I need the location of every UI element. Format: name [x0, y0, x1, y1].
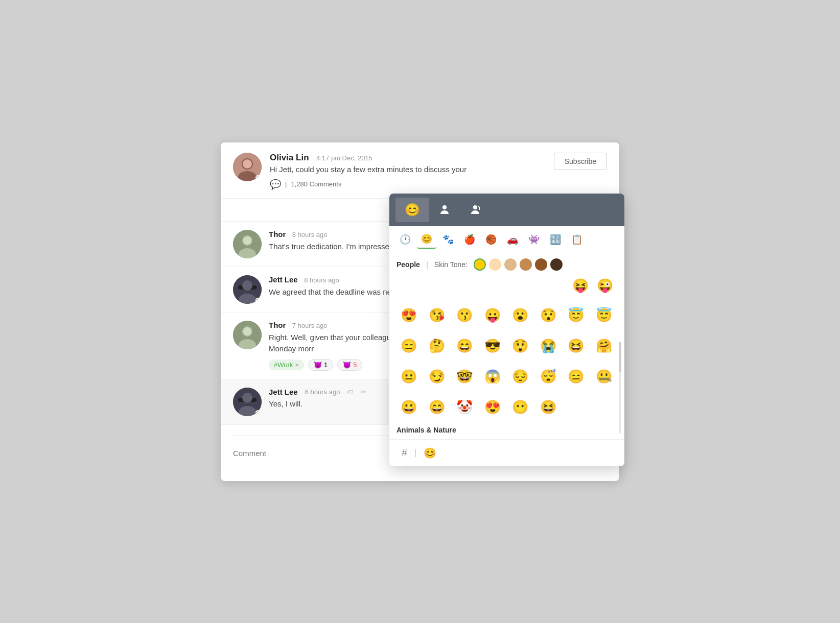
emoji-panel: 😊 🕐 😊 🐾 🍎 🏀 🚗 — [389, 194, 624, 466]
header-text: Hi Jett, could you stay a few extra minu… — [270, 165, 466, 174]
comment-time: 7 hours ago — [292, 322, 328, 329]
emoji-cell[interactable]: 😭 — [536, 334, 561, 358]
online-indicator — [255, 175, 261, 180]
emoji-panel-header: 😊 — [389, 194, 624, 226]
emoji-cell[interactable]: 😴 — [536, 365, 561, 389]
cat-travel[interactable]: 🚗 — [503, 231, 522, 248]
emoji-grid-row3: 😐 😏 🤓 😱 😔 😴 😑 🤐 — [389, 362, 624, 392]
smiley-footer-icon[interactable]: 😊 — [418, 444, 441, 462]
bookmark-icon[interactable]: 🏷 — [347, 388, 354, 396]
emoji-cell[interactable]: 😇 — [592, 303, 616, 328]
chat-icon: 💬 — [270, 179, 281, 190]
emoji-cell[interactable]: 😮 — [508, 303, 532, 328]
avatar-thor — [233, 321, 262, 349]
emoji-cell[interactable]: 😶 — [508, 395, 532, 420]
svg-point-10 — [242, 280, 252, 291]
person-icon-1 — [438, 204, 451, 216]
hashtag-footer-icon[interactable]: # — [396, 444, 412, 462]
header-author-row: Olivia Lin 4:17 pm Dec, 2015 — [270, 153, 466, 163]
cat-objects[interactable]: 👾 — [524, 231, 544, 248]
skin-yellow[interactable] — [474, 258, 486, 271]
emoji-cell[interactable]: 🤔 — [425, 334, 449, 358]
emoji-cell[interactable]: 😆 — [536, 395, 561, 420]
skin-medium-light[interactable] — [504, 258, 517, 271]
comment-author: Jett Lee — [269, 275, 298, 284]
emoji-cell[interactable]: 😎 — [480, 334, 505, 358]
cat-recent[interactable]: 🕐 — [395, 231, 415, 248]
header-left: Olivia Lin 4:17 pm Dec, 2015 Hi Jett, co… — [233, 153, 466, 190]
emoji-cell[interactable]: 😝 — [568, 274, 593, 298]
emoji-cell[interactable]: 🤗 — [592, 334, 616, 358]
cat-people[interactable]: 😊 — [417, 230, 436, 249]
emoji-categories: 🕐 😊 🐾 🍎 🏀 🚗 👾 🔣 📋 — [389, 226, 624, 253]
svg-point-20 — [442, 205, 447, 209]
tag-label: #Work — [274, 361, 293, 369]
skin-medium[interactable] — [520, 258, 532, 271]
emoji-cell[interactable]: 😄 — [425, 395, 449, 420]
edit-icon[interactable]: ✏ — [361, 388, 366, 396]
skin-light[interactable] — [489, 258, 501, 271]
cat-animals[interactable]: 🐾 — [438, 231, 458, 248]
cat-symbols[interactable]: 🔣 — [546, 231, 565, 248]
emoji-panel-footer: # | 😊 — [389, 439, 624, 466]
emoji-cell[interactable]: 😗 — [452, 303, 477, 328]
emoji-cell[interactable]: 😘 — [425, 303, 449, 328]
emoji-cell[interactable]: 😀 — [396, 395, 421, 420]
svg-point-7 — [243, 236, 251, 245]
scroll-thumb[interactable] — [619, 342, 621, 372]
emoji-tab-smileys[interactable]: 😊 — [395, 198, 429, 222]
emoji-cell[interactable]: 🤓 — [452, 365, 477, 389]
emoji-cell[interactable]: 🤡 — [452, 395, 477, 420]
emoji-cell[interactable]: 😍 — [396, 303, 421, 328]
emoji-cell[interactable]: 😑 — [564, 365, 588, 389]
header-section: Olivia Lin 4:17 pm Dec, 2015 Hi Jett, co… — [221, 142, 619, 199]
comment-time: 6 hours ago — [305, 388, 340, 396]
subscribe-button[interactable]: Subscribe — [554, 153, 607, 170]
emoji-cell[interactable]: 😑 — [396, 334, 421, 358]
emoji-cell[interactable]: 😇 — [564, 303, 588, 328]
people-label: People — [396, 260, 420, 269]
reaction-badge-2[interactable]: 😈 5 — [337, 359, 362, 371]
cat-activity[interactable]: 🏀 — [481, 231, 501, 248]
cat-food[interactable]: 🍎 — [460, 231, 479, 248]
emoji-cell[interactable]: 😄 — [452, 334, 477, 358]
tag-remove[interactable]: × — [295, 361, 299, 369]
comment-author: Thor — [269, 230, 286, 238]
cat-flags[interactable]: 📋 — [567, 231, 587, 248]
emoji-cell[interactable]: 😲 — [508, 334, 532, 358]
svg-point-3 — [243, 159, 252, 169]
header-time: 4:17 pm Dec, 2015 — [316, 154, 372, 162]
comment-time: 8 hours ago — [292, 231, 328, 238]
emoji-cell[interactable]: 😏 — [425, 365, 449, 389]
online-indicator — [255, 298, 261, 303]
emoji-tab-person1[interactable] — [429, 199, 460, 221]
emoji-top-row: 😝 😜 — [389, 274, 624, 300]
svg-point-21 — [473, 205, 477, 209]
skin-tones — [474, 258, 563, 271]
skin-medium-dark[interactable] — [535, 258, 547, 271]
emoji-cell[interactable]: 😍 — [480, 395, 505, 420]
svg-point-18 — [242, 393, 252, 403]
reaction-emoji-2: 😈 — [343, 361, 351, 369]
emoji-grid-row1: 😍 😘 😗 😛 😮 😯 😇 😇 — [389, 300, 624, 331]
work-tag[interactable]: #Work × — [269, 360, 304, 370]
avatar-olivia — [233, 153, 262, 181]
emoji-cell[interactable]: 😜 — [593, 274, 617, 298]
emoji-cell[interactable]: 😔 — [508, 365, 532, 389]
pipe-separator: | — [285, 180, 287, 188]
emoji-cell[interactable]: 😐 — [396, 365, 421, 389]
scroll-track — [619, 342, 621, 434]
footer-divider: | — [414, 448, 416, 458]
comment-author: Thor — [269, 321, 286, 329]
avatar-thor — [233, 230, 262, 258]
emoji-tab-person2[interactable] — [460, 199, 491, 221]
skin-dark[interactable] — [550, 258, 563, 271]
emoji-cell[interactable]: 😱 — [480, 365, 505, 389]
svg-point-15 — [243, 327, 251, 336]
emoji-grid-row2: 😑 🤔 😄 😎 😲 😭 😆 🤗 — [389, 331, 624, 362]
emoji-cell[interactable]: 😛 — [480, 303, 505, 328]
emoji-cell[interactable]: 🤐 — [592, 365, 616, 389]
emoji-cell[interactable]: 😯 — [536, 303, 561, 328]
reaction-badge-1[interactable]: 😈 1 — [308, 359, 333, 371]
emoji-cell[interactable]: 😆 — [564, 334, 588, 358]
